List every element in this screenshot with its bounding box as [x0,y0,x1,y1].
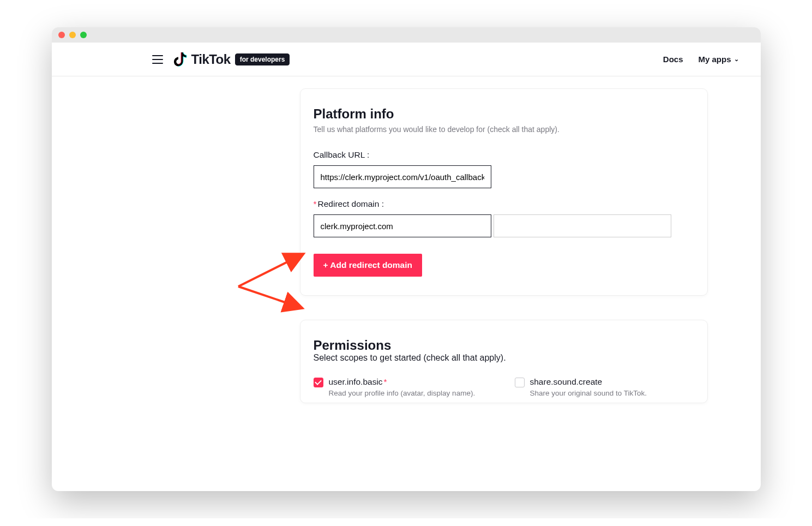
permission-scope1-desc: Read your profile info (avatar, display … [329,389,476,397]
checkbox-unchecked-icon[interactable] [515,378,525,387]
checkbox-checked-icon[interactable] [314,378,323,387]
nav-docs-label: Docs [663,55,683,64]
browser-window: TikTok for developers Docs My apps ⌄ [52,27,761,491]
redirect-domain-input[interactable] [314,214,491,237]
permission-scope2-name: share.sound.create [530,377,647,387]
permission-scope1-name: user.info.basic [329,377,383,386]
svg-line-1 [238,286,303,308]
logo-text: TikTok [191,52,231,67]
platform-info-subtitle: Tell us what platforms you would like to… [314,125,694,134]
permissions-title: Permissions [314,338,694,353]
hamburger-menu-button[interactable] [152,55,163,64]
callback-url-input[interactable] [314,165,491,188]
redirect-domain-extra-input[interactable] [494,214,671,237]
platform-info-title: Platform info [314,106,694,122]
nav-my-apps[interactable]: My apps ⌄ [698,55,738,64]
permissions-card: Permissions Select scopes to get started… [300,320,708,403]
redirect-domain-label: *Redirect domain : [314,199,694,209]
permission-scope2-desc: Share your original sound to TikTok. [530,389,647,397]
permissions-subtitle: Select scopes to get started (check all … [314,353,694,363]
platform-info-card: Platform info Tell us what platforms you… [300,88,708,296]
nav-my-apps-label: My apps [698,55,731,64]
add-redirect-domain-button[interactable]: + Add redirect domain [314,254,423,277]
window-maximize-button[interactable] [80,32,87,38]
permission-user-info-basic[interactable]: user.info.basic* Read your profile info … [314,377,493,397]
window-titlebar [52,27,761,43]
top-nav: TikTok for developers Docs My apps ⌄ [52,43,761,76]
tiktok-logo[interactable]: TikTok for developers [174,52,290,67]
permission-scope-name: user.info.basic* [329,377,476,387]
nav-docs[interactable]: Docs [663,55,683,64]
chevron-down-icon: ⌄ [734,56,739,63]
svg-line-0 [238,254,304,286]
required-asterisk: * [384,377,387,386]
window-minimize-button[interactable] [69,32,76,38]
required-asterisk: * [314,199,317,208]
redirect-domain-label-text: Redirect domain : [318,199,384,208]
logo-badge: for developers [235,53,290,65]
permission-share-sound-create[interactable]: share.sound.create Share your original s… [515,377,694,397]
window-close-button[interactable] [58,32,65,38]
page-content: Platform info Tell us what platforms you… [52,76,761,491]
tiktok-icon [174,52,187,67]
callback-url-label: Callback URL : [314,150,694,160]
